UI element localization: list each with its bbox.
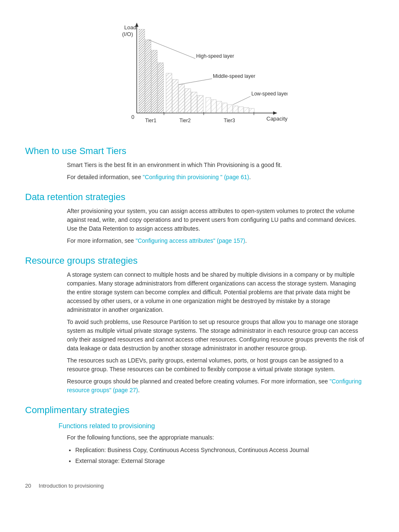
resource-groups-section: Resource groups strategies A storage sys… (25, 255, 374, 395)
bullet-replication: Replication: Business Copy, Continuous A… (75, 445, 366, 455)
tier3-label: Tier3 (224, 118, 235, 123)
thin-provisioning-link[interactable]: "Configuring thin provisioning " (page 6… (143, 174, 249, 180)
resource-groups-text4: Resource groups should be planned and cr… (67, 377, 366, 395)
data-retention-text1: After provisioning your system, you can … (67, 207, 366, 233)
bullet-external-storage: External storage: External Storage (75, 456, 366, 465)
svg-rect-20 (222, 103, 227, 113)
tier-chart: Load (I/O) Capacity 0 (112, 17, 287, 134)
page-footer: 20 Introduction to provisioning (25, 483, 374, 489)
svg-rect-24 (244, 108, 249, 113)
svg-rect-14 (185, 89, 191, 113)
svg-rect-10 (158, 63, 164, 113)
low-speed-label: Low-speed layer (251, 91, 287, 97)
resource-groups-text1: A storage system can connect to multiple… (67, 270, 366, 314)
svg-text:Load: Load (124, 24, 136, 31)
when-to-use-text2: For detailed information, see "Configuri… (67, 173, 366, 182)
svg-rect-11 (166, 73, 172, 113)
svg-rect-18 (211, 100, 216, 113)
resource-groups-heading: Resource groups strategies (25, 255, 374, 266)
svg-line-30 (179, 79, 212, 85)
page-number: 20 (25, 483, 31, 489)
svg-rect-23 (238, 107, 243, 113)
svg-marker-3 (273, 111, 277, 115)
svg-text:0: 0 (131, 114, 134, 120)
when-to-use-text1: Smart Tiers is the best fit in an enviro… (67, 161, 366, 170)
when-to-use-heading: When to use Smart Tiers (25, 146, 374, 157)
svg-text:(I/O): (I/O) (122, 31, 133, 37)
complimentary-text1: For the following functions, see the app… (67, 433, 366, 442)
svg-line-31 (233, 96, 251, 105)
svg-rect-12 (172, 80, 178, 113)
svg-rect-19 (217, 101, 222, 113)
svg-rect-8 (145, 40, 151, 113)
complimentary-heading: Complimentary strategies (25, 405, 374, 416)
svg-rect-13 (179, 85, 184, 113)
svg-rect-17 (206, 98, 211, 113)
functions-provisioning-subheading: Functions related to provisioning (59, 422, 374, 430)
high-speed-label: High-speed layer (196, 53, 234, 59)
svg-rect-21 (228, 105, 233, 113)
complimentary-bullet-list: Replication: Business Copy, Continuous A… (75, 445, 366, 466)
svg-rect-22 (233, 106, 238, 113)
svg-rect-9 (151, 50, 157, 113)
x-axis-label: Capacity (266, 116, 287, 122)
tier2-label: Tier2 (179, 118, 191, 123)
tier1-label: Tier1 (145, 118, 156, 123)
resource-groups-text2: To avoid such problems, use Resource Par… (67, 318, 366, 353)
data-retention-heading: Data retention strategies (25, 192, 374, 203)
when-to-use-section: When to use Smart Tiers Smart Tiers is t… (25, 146, 374, 182)
middle-speed-label: Middle-speed layer (213, 73, 255, 79)
page-title: Introduction to provisioning (39, 483, 104, 489)
data-retention-text2: For more information, see "Configuring a… (67, 236, 366, 245)
chart-section: Load (I/O) Capacity 0 (25, 13, 374, 134)
svg-rect-15 (191, 92, 197, 113)
svg-rect-7 (139, 29, 145, 113)
svg-rect-25 (249, 108, 254, 113)
resource-groups-text3: The resources such as LDEVs, parity grou… (67, 356, 366, 374)
complimentary-section: Complimentary strategies Functions relat… (25, 405, 374, 466)
data-retention-section: Data retention strategies After provisio… (25, 192, 374, 245)
svg-rect-16 (197, 95, 203, 113)
access-attributes-link[interactable]: "Configuring access attributes" (page 15… (136, 237, 245, 244)
